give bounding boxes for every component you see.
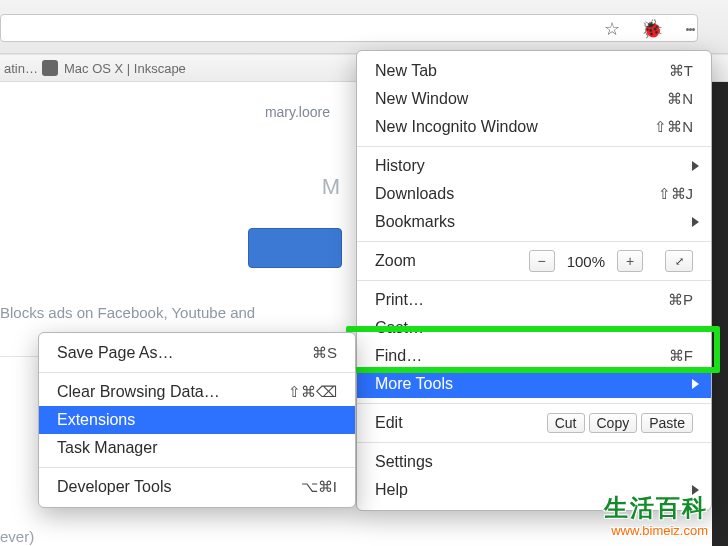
- submenu-item-save-page[interactable]: Save Page As… ⌘S: [39, 339, 355, 367]
- menu-label: New Tab: [375, 62, 437, 80]
- menu-separator: [357, 241, 711, 242]
- menu-label: Bookmarks: [375, 213, 455, 231]
- menu-label: History: [375, 157, 425, 175]
- menu-label: Cast…: [375, 319, 424, 337]
- menu-label: New Window: [375, 90, 468, 108]
- menu-shortcut: ⌘S: [312, 344, 337, 362]
- menu-label: Extensions: [57, 411, 135, 429]
- menu-label: Developer Tools: [57, 478, 171, 496]
- zoom-value: 100%: [567, 253, 605, 270]
- bookmark-item-label[interactable]: atin…: [4, 61, 38, 76]
- menu-label: Clear Browsing Data…: [57, 383, 220, 401]
- menu-label: Zoom: [375, 252, 416, 270]
- menu-separator: [357, 146, 711, 147]
- menu-label: Settings: [375, 453, 433, 471]
- page-description: Blocks ads on Facebook, Youtube and: [0, 304, 255, 321]
- watermark-title: 生活百科: [604, 492, 708, 523]
- menu-item-cast[interactable]: Cast…: [357, 314, 711, 342]
- menu-item-settings[interactable]: Settings: [357, 448, 711, 476]
- menu-item-new-window[interactable]: New Window ⌘N: [357, 85, 711, 113]
- page-primary-button[interactable]: [248, 228, 342, 268]
- zoom-in-button[interactable]: +: [617, 250, 643, 272]
- zoom-out-button[interactable]: −: [529, 250, 555, 272]
- submenu-item-extensions[interactable]: Extensions: [39, 406, 355, 434]
- menu-shortcut: ⇧⌘⌫: [288, 383, 337, 401]
- extension-icon[interactable]: 🐞: [642, 19, 662, 39]
- page-text-fragment: ever): [0, 528, 34, 545]
- menu-label: Save Page As…: [57, 344, 174, 362]
- menu-label: Find…: [375, 347, 422, 365]
- menu-item-new-tab[interactable]: New Tab ⌘T: [357, 57, 711, 85]
- menu-label: Edit: [375, 414, 403, 432]
- watermark-url: www.bimeiz.com: [604, 523, 708, 540]
- menu-separator: [39, 372, 355, 373]
- menu-separator: [39, 467, 355, 468]
- menu-item-zoom: Zoom − 100% + ⤢: [357, 247, 711, 275]
- submenu-arrow-icon: [692, 161, 699, 171]
- submenu-item-clear-data[interactable]: Clear Browsing Data… ⇧⌘⌫: [39, 378, 355, 406]
- more-tools-submenu: Save Page As… ⌘S Clear Browsing Data… ⇧⌘…: [38, 332, 356, 508]
- menu-label: Help: [375, 481, 408, 499]
- menu-label: New Incognito Window: [375, 118, 538, 136]
- menu-shortcut: ⇧⌘N: [654, 118, 693, 136]
- bookmark-favicon: [42, 60, 58, 76]
- page-email-text: mary.loore: [265, 104, 330, 120]
- submenu-arrow-icon: [692, 379, 699, 389]
- menu-separator: [357, 403, 711, 404]
- menu-label: Downloads: [375, 185, 454, 203]
- menu-separator: [357, 280, 711, 281]
- edit-cut-button[interactable]: Cut: [547, 413, 585, 433]
- menu-label: Print…: [375, 291, 424, 309]
- menu-shortcut: ⌘N: [667, 90, 693, 108]
- menu-shortcut: ⌘T: [669, 62, 693, 80]
- menu-label: More Tools: [375, 375, 453, 393]
- submenu-item-task-manager[interactable]: Task Manager: [39, 434, 355, 462]
- fullscreen-button[interactable]: ⤢: [665, 250, 693, 272]
- watermark: 生活百科 www.bimeiz.com: [604, 492, 708, 540]
- bookmark-star-icon[interactable]: ☆: [602, 19, 622, 39]
- menu-item-bookmarks[interactable]: Bookmarks: [357, 208, 711, 236]
- menu-item-print[interactable]: Print… ⌘P: [357, 286, 711, 314]
- page-heading-fragment: M: [322, 174, 340, 200]
- menu-item-edit: Edit Cut Copy Paste: [357, 409, 711, 437]
- edit-paste-button[interactable]: Paste: [641, 413, 693, 433]
- submenu-item-developer-tools[interactable]: Developer Tools ⌥⌘I: [39, 473, 355, 501]
- menu-item-more-tools[interactable]: More Tools: [357, 370, 711, 398]
- menu-shortcut: ⌥⌘I: [301, 478, 337, 496]
- menu-label: Task Manager: [57, 439, 158, 457]
- menu-item-find[interactable]: Find… ⌘F: [357, 342, 711, 370]
- menu-item-downloads[interactable]: Downloads ⇧⌘J: [357, 180, 711, 208]
- edit-copy-button[interactable]: Copy: [589, 413, 638, 433]
- menu-item-new-incognito[interactable]: New Incognito Window ⇧⌘N: [357, 113, 711, 141]
- submenu-arrow-icon: [692, 217, 699, 227]
- menu-separator: [357, 442, 711, 443]
- chrome-main-menu: New Tab ⌘T New Window ⌘N New Incognito W…: [356, 50, 712, 511]
- menu-shortcut: ⇧⌘J: [658, 185, 694, 203]
- browser-toolbar: ☆ 🐞: [0, 0, 728, 54]
- chrome-menu-button[interactable]: [680, 19, 700, 39]
- menu-item-history[interactable]: History: [357, 152, 711, 180]
- bookmark-item-label[interactable]: Mac OS X | Inkscape: [64, 61, 186, 76]
- menu-shortcut: ⌘F: [669, 347, 693, 365]
- menu-shortcut: ⌘P: [668, 291, 693, 309]
- omnibox[interactable]: [0, 14, 698, 42]
